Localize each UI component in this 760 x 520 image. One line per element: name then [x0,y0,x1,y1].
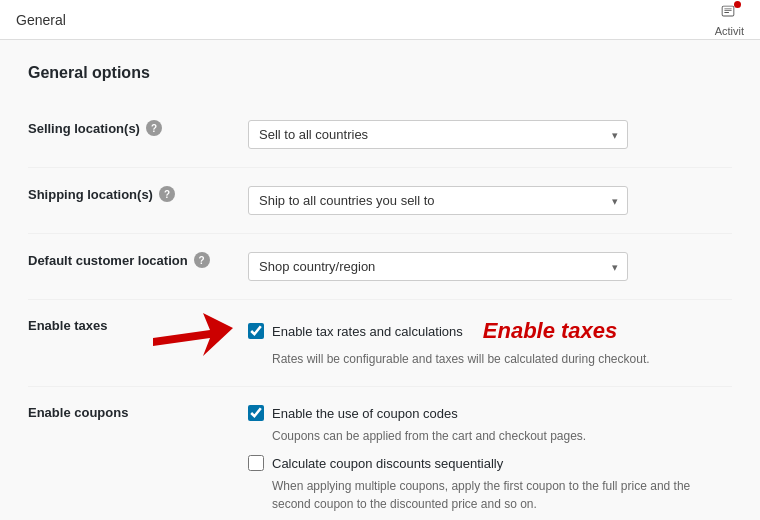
enable-taxes-highlight: Enable taxes [483,318,618,344]
select-wrapper-shipping: Ship to all countries you sell to Ship t… [248,186,628,215]
tax-rates-description: Rates will be configurable and taxes wil… [272,350,712,368]
row-enable-taxes: Enable taxes Enable tax rates and calcul… [28,300,732,387]
coupon-codes-description: Coupons can be applied from the cart and… [272,427,712,445]
checkbox-sequential-coupons[interactable] [248,455,264,471]
label-selling-location: Selling location(s) ? [28,120,248,136]
checkbox-label-sequential[interactable]: Calculate coupon discounts sequentially [272,456,503,471]
red-arrow-icon [148,308,238,363]
control-default-customer: Shop country/region Geolocate No locatio… [248,252,732,281]
select-wrapper-selling: Sell to all countries Sell to specific c… [248,120,628,149]
svg-marker-0 [153,313,233,356]
row-enable-coupons: Enable coupons Enable the use of coupon … [28,387,732,520]
activity-badge [734,1,741,8]
control-selling-location: Sell to all countries Sell to specific c… [248,120,732,149]
checkbox-label-coupon-codes[interactable]: Enable the use of coupon codes [272,406,458,421]
label-text-taxes: Enable taxes [28,318,108,333]
checkbox-row-taxes: Enable tax rates and calculations Enable… [248,318,712,344]
help-icon-shipping[interactable]: ? [159,186,175,202]
label-text-customer: Default customer location [28,253,188,268]
checkbox-row-coupon-codes: Enable the use of coupon codes [248,405,712,421]
page-title: General [16,12,66,28]
activity-label: Activit [715,25,744,37]
checkbox-enable-coupon-codes[interactable] [248,405,264,421]
label-enable-coupons: Enable coupons [28,405,248,420]
label-text-selling: Selling location(s) [28,121,140,136]
label-shipping-location: Shipping location(s) ? [28,186,248,202]
top-bar: General Activit [0,0,760,40]
help-icon-customer[interactable]: ? [194,252,210,268]
select-shipping-location[interactable]: Ship to all countries you sell to Ship t… [248,186,628,215]
row-shipping-location: Shipping location(s) ? Ship to all count… [28,168,732,234]
checkbox-enable-tax-rates[interactable] [248,323,264,339]
select-wrapper-customer: Shop country/region Geolocate No locatio… [248,252,628,281]
help-icon-selling[interactable]: ? [146,120,162,136]
main-content: General options Selling location(s) ? Se… [0,40,760,520]
checkbox-label-tax-rates[interactable]: Enable tax rates and calculations [272,324,463,339]
control-enable-coupons: Enable the use of coupon codes Coupons c… [248,405,732,513]
activity-button[interactable]: Activit [715,3,744,37]
label-text-shipping: Shipping location(s) [28,187,153,202]
activity-icon [719,3,739,23]
row-selling-location: Selling location(s) ? Sell to all countr… [28,102,732,168]
checkbox-row-sequential: Calculate coupon discounts sequentially [248,455,712,471]
control-shipping-location: Ship to all countries you sell to Ship t… [248,186,732,215]
select-selling-location[interactable]: Sell to all countries Sell to specific c… [248,120,628,149]
control-enable-taxes: Enable tax rates and calculations Enable… [248,318,732,368]
label-default-customer: Default customer location ? [28,252,248,268]
sequential-description: When applying multiple coupons, apply th… [272,477,712,513]
section-title: General options [28,64,732,82]
row-default-customer-location: Default customer location ? Shop country… [28,234,732,300]
label-text-coupons: Enable coupons [28,405,128,420]
select-customer-location[interactable]: Shop country/region Geolocate No locatio… [248,252,628,281]
